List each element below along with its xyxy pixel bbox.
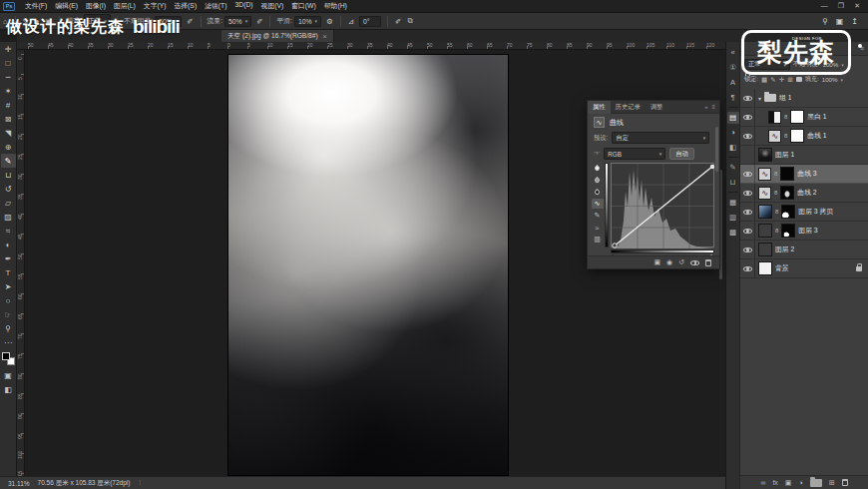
previous-state-icon[interactable]: ◉ (666, 258, 672, 266)
layer-row[interactable]: ∿8曲线 1 (740, 127, 868, 146)
visibility-toggle[interactable] (740, 259, 755, 277)
layer-mask-thumbnail[interactable] (781, 205, 795, 219)
visibility-eye-icon[interactable] (690, 260, 699, 265)
visibility-toggle[interactable] (740, 222, 755, 240)
new-layer-icon[interactable]: ⊞ (829, 479, 835, 487)
collapse-dock-icon[interactable]: « (727, 47, 739, 59)
layer-row[interactable]: 背景 (740, 259, 868, 278)
layer-mask-thumbnail[interactable] (780, 186, 794, 200)
targeted-adjustment-icon[interactable]: ☞ (594, 150, 600, 158)
canvas-image[interactable] (227, 54, 509, 476)
visibility-toggle[interactable] (740, 165, 755, 183)
layer-row[interactable]: ▾组 1 (740, 89, 868, 108)
white-point-eyedropper[interactable] (592, 163, 604, 173)
path-select-tool[interactable]: ➤ (1, 279, 16, 293)
layer-opacity-value[interactable]: 100% (822, 61, 838, 68)
info-panel-icon[interactable]: ① (727, 62, 739, 74)
tab-properties[interactable]: 属性 (588, 101, 611, 114)
zoom-level-field[interactable]: 31.11% (8, 480, 30, 487)
gradient-tool[interactable]: ▨ (1, 210, 16, 224)
shape-tool[interactable]: ○ (1, 293, 16, 307)
menu-item[interactable]: 窗口(W) (287, 1, 320, 11)
layer-row[interactable]: 8图层 3 拷贝 (740, 203, 868, 222)
visibility-toggle[interactable] (740, 203, 755, 221)
panel-scrollbar[interactable] (715, 117, 718, 256)
status-options-chevron[interactable]: 〉 (138, 479, 145, 488)
clone-stamp-tool[interactable]: ⊔ (1, 168, 16, 182)
draw-curve-icon[interactable]: ✎ (592, 211, 604, 221)
gray-point-eyedropper[interactable] (592, 175, 604, 185)
swatches-panel-icon[interactable]: ▦ (727, 197, 739, 209)
visibility-toggle[interactable] (740, 184, 755, 202)
lasso-tool[interactable]: ∽ (1, 70, 16, 84)
crop-tool[interactable]: # (1, 98, 16, 112)
layer-row[interactable]: 图层 1 (740, 146, 868, 165)
document-tab[interactable]: 天空 (2).jpg @ 16.7%(RGB/8#) × (221, 30, 334, 42)
channel-select[interactable]: RGB▾ (604, 148, 665, 160)
preset-select[interactable]: 自定▾ (612, 132, 709, 144)
tab-adjustments[interactable]: 调整 (646, 101, 668, 114)
fill-caret-icon[interactable]: ▾ (841, 77, 844, 83)
delete-adjustment-icon[interactable] (705, 259, 711, 266)
dodge-tool[interactable]: ◐ (1, 238, 16, 251)
patterns-panel-icon[interactable]: ▥ (727, 212, 739, 224)
airbrush-icon[interactable]: ✐ (253, 17, 265, 26)
history-brush-tool[interactable]: ↺ (1, 182, 16, 196)
color-swatches[interactable] (2, 352, 15, 365)
menu-item[interactable]: 文件(F) (21, 1, 51, 11)
fill-value[interactable]: 100% (822, 76, 838, 83)
opacity-select[interactable]: 50%▾ (155, 16, 182, 27)
size-pressure-icon[interactable]: ✐ (392, 17, 404, 26)
paragraph-panel-icon[interactable]: ¶ (727, 92, 739, 104)
healing-brush-tool[interactable]: ⊕ (1, 140, 16, 154)
workspace-switcher-icon[interactable]: ▣ (836, 17, 844, 26)
reset-icon[interactable]: ↺ (678, 258, 684, 266)
hand-tool[interactable]: ☞ (1, 307, 16, 321)
delete-layer-icon[interactable] (842, 479, 848, 486)
smoothing-select[interactable]: 10%▾ (294, 16, 321, 27)
menu-item[interactable]: 文字(Y) (140, 1, 171, 11)
libraries-panel-icon[interactable]: ▩ (727, 227, 739, 239)
smoothing-gear-icon[interactable]: ⚙ (323, 17, 336, 26)
visibility-toggle[interactable] (740, 241, 755, 258)
gradients-panel-icon[interactable]: ◧ (727, 142, 739, 154)
share-icon[interactable]: ↥ (851, 17, 858, 26)
smudge-tool[interactable]: ≈ (1, 224, 16, 238)
foreground-color-swatch[interactable] (2, 352, 10, 360)
search-icon[interactable]: ⚲ (822, 17, 828, 26)
clone-source-panel-icon[interactable]: ⊔ (727, 177, 739, 189)
opacity-pressure-icon[interactable]: ✐ (184, 17, 196, 26)
menu-item[interactable]: 3D(D) (230, 1, 256, 11)
menu-item[interactable]: 图层(L) (110, 1, 140, 11)
group-expander-icon[interactable]: ▾ (758, 95, 761, 102)
brush-tool[interactable]: ✎ (1, 154, 16, 168)
layer-mask-thumbnail[interactable] (781, 224, 795, 238)
lock-all-icon[interactable] (796, 77, 802, 82)
brush-angle-input[interactable]: 0° (359, 16, 381, 27)
menu-item[interactable]: 选择(S) (171, 1, 202, 11)
menu-item[interactable]: 编辑(E) (51, 1, 82, 11)
blend-mode-select[interactable]: 正常▾ (84, 14, 111, 28)
restore-button[interactable]: ❐ (838, 2, 844, 10)
properties-panel-icon[interactable]: ▤ (727, 112, 739, 124)
auto-button[interactable]: 自动 (669, 148, 694, 160)
tab-close-icon[interactable]: × (323, 33, 327, 40)
opacity-caret-icon[interactable]: ▾ (841, 62, 844, 68)
lock-option-icon[interactable]: ⊞ (787, 76, 792, 84)
link-layers-icon[interactable]: ∞ (760, 479, 765, 486)
screen-mode-icon[interactable]: ◧ (1, 382, 16, 396)
collapse-panel-icon[interactable]: « (704, 104, 707, 110)
visibility-toggle[interactable] (740, 89, 755, 107)
layer-blend-mode-select[interactable]: 正常▾ (744, 59, 790, 70)
zoom-tool[interactable]: ⚲ (1, 321, 16, 335)
menu-item[interactable]: 图像(I) (82, 1, 110, 11)
add-mask-icon[interactable]: ▣ (785, 479, 792, 487)
eraser-tool[interactable]: ▱ (1, 196, 16, 210)
black-point-eyedropper[interactable] (592, 187, 604, 197)
edit-toolbar-button[interactable]: ⋯ (1, 335, 16, 349)
curve-options-icon[interactable]: ▥ (592, 235, 604, 244)
minimize-button[interactable]: — (821, 2, 828, 10)
home-icon[interactable]: ⌂ (0, 17, 11, 26)
menu-item[interactable]: 视图(V) (257, 1, 288, 11)
new-group-icon[interactable] (810, 479, 822, 487)
